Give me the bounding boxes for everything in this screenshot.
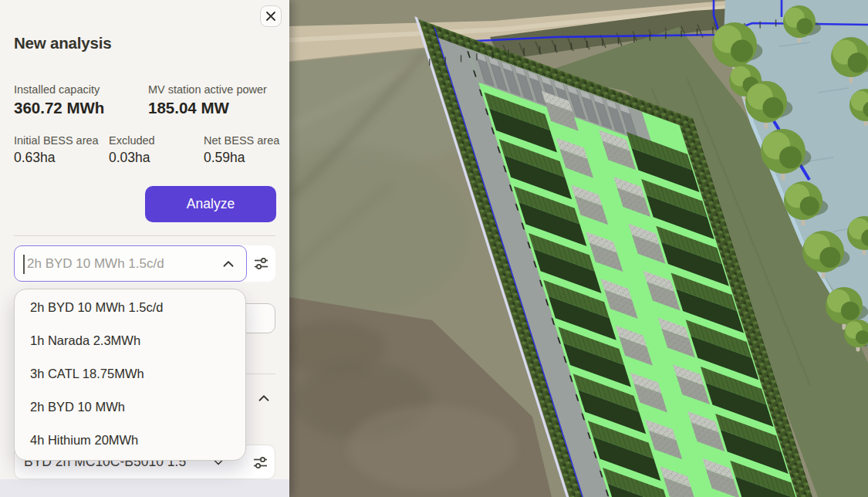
metric-excluded-area: Excluded 0.03ha bbox=[109, 133, 155, 167]
metric-mv-active-power: MV station active power 185.04 MW bbox=[148, 82, 267, 119]
preset-select-row: 2h BYD 10 MWh 1.5c/d bbox=[14, 245, 275, 282]
soil-patch bbox=[347, 405, 517, 490]
fence-post bbox=[539, 46, 541, 53]
metric-net-bess-area: Net BESS area 0.59ha bbox=[204, 133, 279, 167]
close-icon bbox=[265, 11, 276, 22]
analyze-button[interactable]: Analyze bbox=[145, 186, 276, 222]
close-button[interactable] bbox=[260, 5, 282, 27]
fence-post bbox=[508, 50, 509, 57]
fence-post bbox=[602, 39, 603, 46]
text-cursor bbox=[23, 255, 25, 274]
fence-post bbox=[429, 59, 431, 66]
chevron-up-icon bbox=[255, 390, 272, 407]
soil-patch bbox=[278, 320, 386, 374]
preset-filter-button[interactable] bbox=[247, 245, 275, 282]
divider bbox=[14, 235, 275, 236]
fence-post bbox=[444, 57, 446, 64]
fence-post bbox=[461, 55, 462, 62]
fence-post bbox=[618, 37, 620, 44]
fence-post bbox=[665, 32, 667, 39]
sliders-icon bbox=[252, 454, 269, 472]
fence-post bbox=[555, 45, 556, 52]
fence-post bbox=[650, 34, 651, 41]
fence-post bbox=[586, 41, 588, 48]
fence-post bbox=[775, 19, 777, 26]
fence-post bbox=[523, 48, 525, 55]
fence-post bbox=[759, 22, 761, 29]
fence-post bbox=[633, 36, 635, 42]
preset-option[interactable]: 1h Narada 2.3MWh bbox=[15, 324, 245, 357]
sliders-icon bbox=[252, 255, 270, 272]
new-analysis-panel: New analysis Installed capacity 360.72 M… bbox=[0, 0, 289, 497]
fence-post bbox=[697, 29, 698, 36]
section-collapse-button[interactable] bbox=[254, 388, 274, 408]
fence-post bbox=[712, 27, 714, 34]
preset-option[interactable]: 3h CATL 18.75MWh bbox=[15, 357, 245, 390]
preset-options-dropdown: 2h BYD 10 MWh 1.5c/d 1h Narada 2.3MWh 3h… bbox=[14, 289, 246, 461]
fence-post bbox=[571, 42, 572, 49]
fence-post bbox=[681, 30, 682, 37]
preset-option[interactable]: 4h Hithium 20MWh bbox=[15, 424, 245, 457]
metric-installed-capacity: Installed capacity 360.72 MWh bbox=[14, 82, 104, 119]
fence-post bbox=[476, 53, 478, 60]
preset-select-input[interactable]: 2h BYD 10 MWh 1.5c/d bbox=[14, 245, 247, 282]
metric-initial-bess-area: Initial BESS area 0.63ha bbox=[14, 133, 99, 167]
preset-option[interactable]: 2h BYD 10 MWh 1.5c/d bbox=[15, 291, 245, 324]
preset-option[interactable]: 2h BYD 10 MWh bbox=[15, 390, 245, 424]
panel-footer-strip bbox=[0, 479, 289, 497]
page-title: New analysis bbox=[14, 34, 111, 52]
fence-post bbox=[492, 52, 494, 59]
module-filter-button[interactable] bbox=[246, 445, 275, 480]
chevron-up-icon bbox=[220, 255, 237, 272]
preset-placeholder: 2h BYD 10 MWh 1.5c/d bbox=[27, 246, 164, 281]
app-window: New analysis Installed capacity 360.72 M… bbox=[0, 0, 868, 497]
